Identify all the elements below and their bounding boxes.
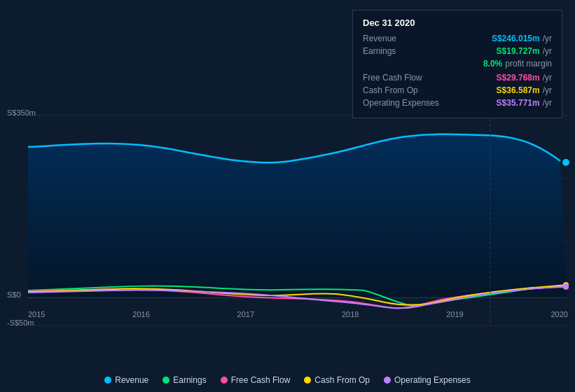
legend-revenue[interactable]: Revenue <box>104 375 148 385</box>
tooltip-value-revenue: S$246.015m <box>492 34 540 43</box>
x-label-2017: 2017 <box>237 310 254 318</box>
tooltip-profit-margin-label: profit margin <box>505 59 552 69</box>
legend-fcf[interactable]: Free Cash Flow <box>221 375 291 385</box>
x-axis: 2015 2016 2017 2018 2019 2020 <box>28 310 568 318</box>
tooltip-row-earnings: Earnings S$19.727m /yr <box>363 46 552 56</box>
x-label-2018: 2018 <box>342 310 359 318</box>
legend-label-revenue: Revenue <box>115 375 148 385</box>
tooltip-profit-margin-value: 8.0% <box>483 59 502 69</box>
tooltip-unit-cashop: /yr <box>543 85 552 95</box>
legend-earnings[interactable]: Earnings <box>162 375 206 385</box>
tooltip-value-fcf: S$29.768m <box>497 73 540 83</box>
y-axis-0: S$0 <box>7 290 21 299</box>
legend-dot-fcf <box>221 377 228 384</box>
tooltip-label-fcf: Free Cash Flow <box>363 73 454 83</box>
legend-dot-opex <box>384 377 391 384</box>
tooltip-value-earnings: S$19.727m <box>497 46 540 56</box>
x-label-2019: 2019 <box>446 310 463 318</box>
legend-dot-earnings <box>162 377 169 384</box>
legend-dot-revenue <box>104 377 111 384</box>
tooltip-unit-opex: /yr <box>543 98 552 108</box>
tooltip-label-revenue: Revenue <box>363 34 454 43</box>
svg-point-7 <box>562 159 569 166</box>
x-label-2016: 2016 <box>132 310 149 318</box>
tooltip-row-cashop: Cash From Op S$36.587m /yr <box>363 85 552 95</box>
x-label-2015: 2015 <box>28 310 45 318</box>
legend-label-earnings: Earnings <box>173 375 206 385</box>
svg-point-11 <box>563 284 569 289</box>
legend-dot-cashop <box>304 377 311 384</box>
tooltip-value-opex: S$35.771m <box>497 98 540 108</box>
tooltip-unit-earnings: /yr <box>543 46 552 56</box>
tooltip-value-cashop: S$36.587m <box>497 85 540 95</box>
chart-legend: Revenue Earnings Free Cash Flow Cash Fro… <box>0 375 575 385</box>
tooltip-row-opex: Operating Expenses S$35.771m /yr <box>363 98 552 108</box>
x-label-2020: 2020 <box>550 310 567 318</box>
tooltip-row-revenue: Revenue S$246.015m /yr <box>363 34 552 43</box>
tooltip-box: Dec 31 2020 Revenue S$246.015m /yr Earni… <box>352 10 562 118</box>
tooltip-unit-fcf: /yr <box>543 73 552 83</box>
legend-label-cashop: Cash From Op <box>314 375 370 385</box>
tooltip-label-opex: Operating Expenses <box>363 98 454 108</box>
tooltip-row-margin: 8.0% profit margin <box>363 59 552 69</box>
legend-opex[interactable]: Operating Expenses <box>384 375 471 385</box>
tooltip-unit-revenue: /yr <box>543 34 552 43</box>
legend-label-opex: Operating Expenses <box>394 375 471 385</box>
tooltip-row-fcf: Free Cash Flow S$29.768m /yr <box>363 73 552 83</box>
legend-label-fcf: Free Cash Flow <box>231 375 291 385</box>
y-axis-neg50: -S$50m <box>7 318 34 327</box>
tooltip-label-cashop: Cash From Op <box>363 85 454 95</box>
tooltip-title: Dec 31 2020 <box>363 18 552 28</box>
y-axis-350: S$350m <box>7 108 36 117</box>
tooltip-label-earnings: Earnings <box>363 46 454 56</box>
legend-cashop[interactable]: Cash From Op <box>304 375 370 385</box>
